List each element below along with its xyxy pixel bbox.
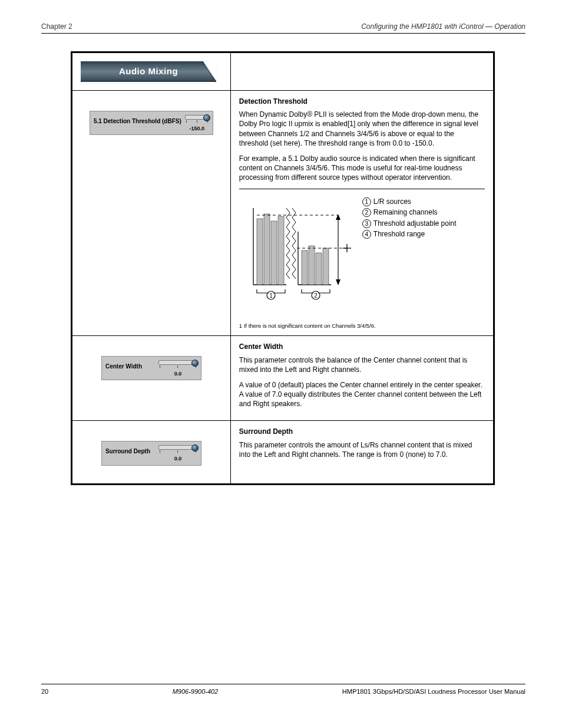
- slider-knob-icon[interactable]: [191, 444, 199, 452]
- detection-threshold-label: 5.1 Detection Threshold (dBFS): [94, 115, 181, 126]
- legend-text-4: Threshold range: [373, 230, 425, 238]
- center-width-value: 0.0: [158, 370, 197, 377]
- center-width-widget: Center Width 0.0: [101, 356, 201, 380]
- threshold-diagram: 1 2: [239, 196, 354, 314]
- legend-num-3: 3: [362, 219, 371, 228]
- slider-knob-icon[interactable]: [203, 114, 210, 121]
- svg-rect-5: [264, 214, 270, 285]
- svg-rect-9: [309, 246, 315, 285]
- svg-rect-7: [278, 216, 284, 285]
- audio-mixing-banner: Audio Mixing: [81, 61, 216, 82]
- legend-num-4: 4: [362, 230, 371, 239]
- parameters-table: Audio Mixing 5.1 Detection Threshold (dB…: [71, 51, 495, 485]
- header-left: Chapter 2: [41, 22, 72, 31]
- surround-depth-value: 0.0: [158, 454, 197, 462]
- slider-knob-icon[interactable]: [191, 360, 199, 367]
- svg-rect-11: [323, 248, 329, 285]
- center-width-para-1: This parameter controls the balance of t…: [239, 355, 485, 374]
- center-width-label: Center Width: [105, 360, 155, 371]
- slider-ticks: [158, 450, 197, 454]
- surround-depth-widget: Surround Depth 0.0: [101, 441, 201, 465]
- slider-ticks: [158, 365, 197, 370]
- detection-threshold-widget: 5.1 Detection Threshold (dBFS) -150.0: [90, 111, 213, 135]
- svg-rect-10: [316, 253, 322, 285]
- page-footer: 20 M906-9900-402 HMP1801 3Gbps/HD/SD/ASI…: [41, 684, 525, 695]
- detection-threshold-value: -150.0: [185, 124, 209, 132]
- surround-depth-para-1: This parameter controls the amount of Ls…: [239, 440, 485, 459]
- center-width-title: Center Width: [239, 342, 485, 351]
- banner-title: Audio Mixing: [119, 65, 178, 77]
- footer-doc-title: HMP1801 3Gbps/HD/SD/ASI Loudness Process…: [342, 688, 525, 695]
- center-width-slider[interactable]: [158, 360, 197, 365]
- svg-text:1: 1: [269, 292, 273, 299]
- legend-text-2: Remaining channels: [373, 208, 438, 216]
- diagram-legend: 1L/R sources 2Remaining channels 3Thresh…: [362, 196, 457, 240]
- legend-num-1: 1: [362, 197, 371, 206]
- surround-depth-title: Surround Depth: [239, 427, 485, 436]
- inner-rule: [239, 189, 485, 189]
- svg-text:2: 2: [314, 292, 318, 299]
- svg-marker-16: [336, 279, 340, 285]
- svg-rect-6: [271, 221, 277, 285]
- detection-threshold-para-2: For example, a 5.1 Dolby audio source is…: [239, 154, 485, 183]
- footer-page-number: 20: [41, 688, 48, 695]
- footer-doc-number: M906-9900-402: [173, 688, 219, 695]
- legend-text-1: L/R sources: [373, 197, 411, 206]
- detection-threshold-footnote: 1 If there is not significant content on…: [239, 322, 485, 330]
- header-right: Configuring the HMP1801 with iControl — …: [361, 22, 525, 31]
- legend-num-2: 2: [362, 208, 371, 217]
- detection-threshold-para-1: When Dynamic Dolby® PLII is selected fro…: [239, 110, 485, 148]
- legend-text-3: Threshold adjustable point: [373, 219, 457, 228]
- surround-depth-label: Surround Depth: [105, 445, 155, 456]
- detection-threshold-title: Detection Threshold: [239, 97, 485, 106]
- svg-rect-8: [302, 251, 308, 285]
- header-rule: [41, 33, 525, 34]
- detection-threshold-slider[interactable]: [185, 115, 209, 120]
- svg-rect-4: [257, 219, 263, 285]
- center-width-para-2: A value of 0 (default) places the Center…: [239, 380, 485, 409]
- surround-depth-slider[interactable]: [158, 445, 197, 450]
